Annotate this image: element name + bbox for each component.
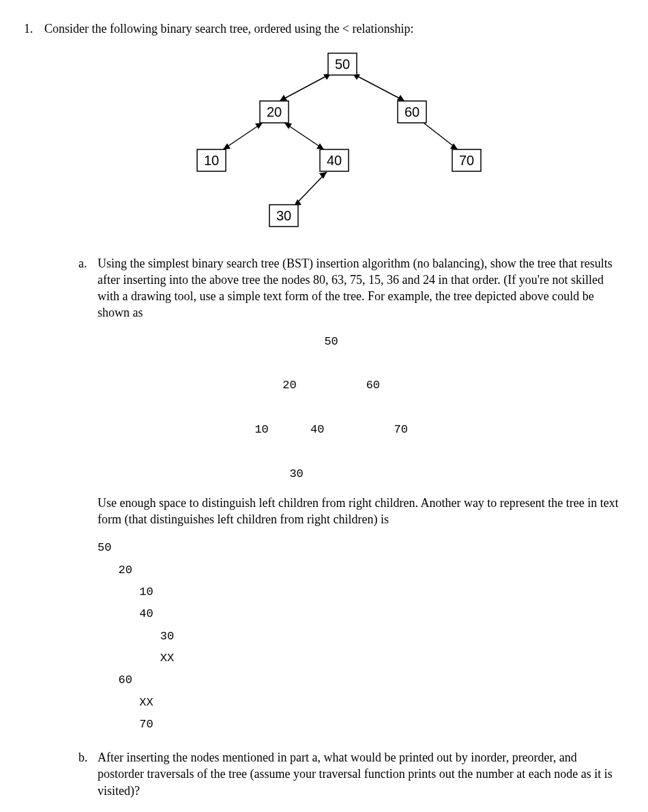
svg-line-6 (223, 123, 263, 149)
question-1: 1. Consider the following binary search … (24, 20, 624, 799)
part-a: a. Using the simplest binary search tree… (44, 255, 624, 746)
question-intro: Consider the following binary search tre… (44, 20, 624, 37)
svg-marker-10 (284, 123, 292, 129)
part-a-label: a. (78, 255, 92, 746)
node-40: 40 (327, 154, 342, 169)
node-20: 20 (267, 105, 282, 120)
svg-marker-15 (319, 172, 327, 179)
svg-marker-8 (223, 143, 231, 149)
part-b-text: After inserting the nodes mentioned in p… (98, 749, 624, 799)
svg-marker-7 (255, 123, 263, 129)
tree-text-indented: 50 20 10 40 30 XX 60 XX 70 (98, 537, 624, 736)
node-50: 50 (335, 57, 350, 72)
svg-line-9 (284, 123, 324, 149)
node-60: 60 (404, 105, 419, 120)
svg-marker-11 (316, 143, 324, 149)
bst-diagram: 50 20 60 10 40 70 30 (44, 49, 624, 237)
tree-svg: 50 20 60 10 40 70 30 (174, 49, 495, 233)
part-b-label: b. (78, 749, 92, 799)
node-30: 30 (276, 209, 291, 224)
question-number: 1. (24, 20, 39, 799)
question-body: Consider the following binary search tre… (44, 20, 624, 799)
part-a-text2: Use enough space to distinguish left chi… (98, 496, 619, 526)
part-b: b. After inserting the nodes mentioned i… (44, 749, 624, 799)
node-10: 10 (204, 154, 219, 169)
svg-line-3 (353, 74, 404, 101)
node-70: 70 (459, 154, 474, 169)
tree-text-spaced: 50 20 60 10 40 70 30 (98, 331, 624, 485)
part-a-text1: Using the simplest binary search tree (B… (98, 257, 613, 320)
svg-line-14 (294, 172, 327, 206)
svg-line-0 (280, 74, 331, 101)
